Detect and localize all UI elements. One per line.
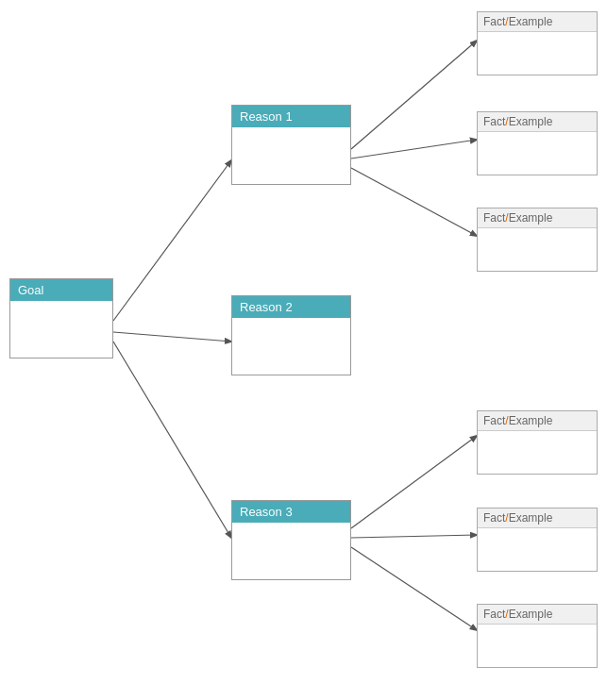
svg-line-7 (351, 535, 477, 538)
reason3-node[interactable]: Reason 3 (231, 500, 351, 580)
reason2-label: Reason 2 (240, 300, 293, 314)
fact2-node[interactable]: Fact/Example (477, 111, 598, 175)
svg-line-5 (351, 168, 477, 236)
fact2-body (478, 132, 597, 175)
reason3-label: Reason 3 (240, 505, 293, 519)
reason1-node[interactable]: Reason 1 (231, 105, 351, 185)
goal-node[interactable]: Goal (9, 278, 113, 358)
fact4-header: Fact/Example (478, 411, 597, 431)
svg-line-8 (351, 547, 477, 630)
reason2-header: Reason 2 (232, 296, 350, 318)
fact1-node[interactable]: Fact/Example (477, 11, 598, 75)
fact3-node[interactable]: Fact/Example (477, 208, 598, 272)
reason1-body (232, 127, 350, 184)
fact4-body (478, 431, 597, 474)
svg-line-6 (351, 436, 477, 528)
fact6-header: Fact/Example (478, 605, 597, 625)
goal-header: Goal (10, 279, 112, 301)
fact6-node[interactable]: Fact/Example (477, 604, 598, 668)
fact6-body (478, 625, 597, 667)
reason1-label: Reason 1 (240, 109, 293, 124)
fact2-header: Fact/Example (478, 112, 597, 132)
fact4-node[interactable]: Fact/Example (477, 410, 598, 475)
svg-line-2 (113, 342, 231, 538)
goal-label: Goal (18, 283, 43, 297)
reason3-header: Reason 3 (232, 501, 350, 523)
fact3-body (478, 228, 597, 271)
svg-line-3 (351, 41, 477, 149)
fact1-header: Fact/Example (478, 12, 597, 32)
fact5-header: Fact/Example (478, 508, 597, 528)
fact5-node[interactable]: Fact/Example (477, 508, 598, 572)
svg-line-1 (113, 332, 231, 342)
svg-line-4 (351, 140, 477, 158)
diagram: Goal Reason 1 Reason 2 Reason 3 Fact/Exa… (0, 0, 607, 700)
svg-line-0 (113, 160, 231, 321)
reason3-body (232, 523, 350, 579)
fact1-body (478, 32, 597, 75)
reason2-body (232, 318, 350, 375)
reason2-node[interactable]: Reason 2 (231, 295, 351, 375)
reason1-header: Reason 1 (232, 106, 350, 127)
fact5-body (478, 528, 597, 571)
goal-body (10, 301, 112, 358)
fact3-header: Fact/Example (478, 208, 597, 228)
